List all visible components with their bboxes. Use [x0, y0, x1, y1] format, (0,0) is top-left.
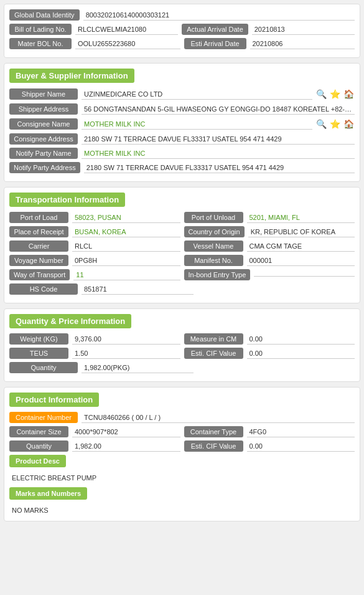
- product-qty-cif-row: Quantity 1,982.00 Esti. CIF Value 0.00: [9, 440, 355, 452]
- carrier-value: RLCL: [72, 241, 180, 252]
- shipper-name-icons: 🔍 ⭐ 🏠: [315, 88, 355, 100]
- in-bond-entry-col: In-bond Entry Type: [184, 269, 355, 280]
- buyer-supplier-header: Buyer & Supplier Information: [9, 69, 355, 88]
- qp-quantity-row: Quantity 1,982.00(PKG): [9, 362, 355, 373]
- weight-col: Weight (KG) 9,376.00: [9, 333, 180, 345]
- manifest-no-col: Manifest No. 000001: [184, 255, 355, 266]
- teus-value: 1.50: [72, 348, 180, 359]
- actual-arrival-date-value: 20210813: [252, 24, 355, 35]
- container-number-label: Container Number: [9, 412, 78, 423]
- consignee-star-icon[interactable]: ⭐: [329, 118, 341, 130]
- voyage-number-col: Voyage Number 0PG8H: [9, 255, 180, 266]
- container-size-col: Container Size 4000*907*802: [9, 426, 180, 437]
- actual-arrival-date-label: Actual Arrival Date: [182, 24, 248, 35]
- voyage-number-value: 0PG8H: [72, 255, 180, 266]
- transport-row-2: Place of Receipt BUSAN, KOREA Country of…: [9, 226, 355, 237]
- bill-of-lading-row: Bill of Lading No. RLCLCWELMIA21080 Actu…: [9, 24, 355, 35]
- container-type-col: Container Type 4FG0: [184, 426, 355, 437]
- qp-row-2: TEUS 1.50 Esti. CIF Value 0.00: [9, 348, 355, 359]
- container-size-label: Container Size: [9, 426, 68, 437]
- container-number-row: Container Number TCNU8460266 ( 00 / L / …: [9, 412, 355, 423]
- country-of-origin-value: KR, REPUBLIC OF KOREA: [248, 227, 355, 237]
- carrier-label: Carrier: [9, 240, 68, 252]
- marks-numbers-container: Marks and Numbers: [9, 487, 355, 502]
- esti-cif-value: 0.00: [247, 348, 355, 359]
- port-of-load-value: 58023, PUSAN: [72, 212, 180, 223]
- qp-quantity-value: 1,982.00(PKG): [82, 363, 194, 373]
- country-of-origin-col: Country of Origin KR, REPUBLIC OF KOREA: [184, 226, 355, 237]
- quantity-price-header: Quantity & Price Information: [9, 314, 355, 333]
- measure-cm-label: Measure in CM: [184, 333, 243, 345]
- star-icon[interactable]: ⭐: [329, 88, 341, 100]
- place-of-receipt-col: Place of Receipt BUSAN, KOREA: [9, 226, 180, 237]
- hs-code-value: 851871: [82, 284, 194, 295]
- notify-party-address-label: Notify Party Address: [9, 162, 80, 173]
- consignee-address-label: Consignee Address: [9, 133, 78, 145]
- in-bond-entry-value: [254, 274, 355, 277]
- buyer-supplier-title: Buyer & Supplier Information: [9, 69, 134, 83]
- product-header: Product Information: [9, 393, 355, 412]
- mater-bol-label: Mater BOL No.: [9, 38, 72, 49]
- container-size-type-row: Container Size 4000*907*802 Container Ty…: [9, 426, 355, 437]
- product-quantity-col: Quantity 1,982.00: [9, 440, 180, 452]
- port-of-unload-value: 5201, MIAMI, FL: [247, 212, 355, 223]
- shipper-name-value: UZINMEDICARE CO LTD: [82, 89, 312, 100]
- shipper-address-label: Shipper Address: [9, 103, 78, 115]
- way-of-transport-label: Way of Transport: [9, 269, 70, 280]
- product-desc-text: ELECTRIC BREAST PUMP: [9, 472, 355, 483]
- notify-party-name-value: MOTHER MILK INC: [82, 148, 355, 159]
- transport-row-4: Voyage Number 0PG8H Manifest No. 000001: [9, 255, 355, 266]
- measure-cm-value: 0.00: [247, 334, 355, 345]
- home-icon[interactable]: 🏠: [342, 88, 355, 100]
- way-of-transport-value: 11: [73, 270, 180, 280]
- identity-section: Global Data Identity 8003202106140000303…: [4, 4, 360, 58]
- container-number-value: TCNU8460266 ( 00 / L / ): [82, 412, 355, 423]
- vessel-name-value: CMA CGM TAGE: [247, 241, 355, 252]
- marks-numbers-button[interactable]: Marks and Numbers: [9, 487, 87, 500]
- transportation-section: Transportation Information Port of Load …: [4, 187, 360, 303]
- product-quantity-value: 1,982.00: [72, 441, 180, 452]
- global-data-identity-row: Global Data Identity 8003202106140000303…: [9, 9, 355, 21]
- product-esti-cif-label: Esti. CIF Value: [184, 440, 243, 452]
- measure-cm-col: Measure in CM 0.00: [184, 333, 355, 345]
- transport-row-3: Carrier RLCL Vessel Name CMA CGM TAGE: [9, 240, 355, 252]
- transportation-header: Transportation Information: [9, 193, 355, 212]
- voyage-number-label: Voyage Number: [9, 255, 68, 266]
- product-quantity-label: Quantity: [9, 440, 68, 452]
- consignee-name-row: Consignee Name MOTHER MILK INC 🔍 ⭐ 🏠: [9, 118, 355, 130]
- way-of-transport-col: Way of Transport 11: [9, 269, 180, 280]
- teus-col: TEUS 1.50: [9, 348, 180, 359]
- qp-quantity-label: Quantity: [9, 362, 78, 373]
- in-bond-entry-label: In-bond Entry Type: [184, 269, 251, 280]
- vessel-name-label: Vessel Name: [184, 240, 243, 252]
- notify-party-name-row: Notify Party Name MOTHER MILK INC: [9, 148, 355, 159]
- product-section: Product Information Container Number TCN…: [4, 387, 360, 521]
- consignee-name-value: MOTHER MILK INC: [82, 119, 312, 130]
- hs-code-label: HS Code: [9, 283, 78, 295]
- weight-label: Weight (KG): [9, 333, 68, 345]
- vessel-name-col: Vessel Name CMA CGM TAGE: [184, 240, 355, 252]
- teus-label: TEUS: [9, 348, 68, 359]
- hs-code-row: HS Code 851871: [9, 283, 355, 295]
- buyer-supplier-section: Buyer & Supplier Information Shipper Nam…: [4, 63, 360, 182]
- bill-of-lading-label: Bill of Lading No.: [9, 24, 72, 35]
- consignee-home-icon[interactable]: 🏠: [342, 118, 355, 130]
- notify-party-address-value: 2180 SW 71 TERRACE DAVUE FL33317 USATEL …: [84, 163, 355, 173]
- shipper-address-value: 56 DONGTANSANDAN 5-GIL HWASEONG GY EONGG…: [82, 104, 355, 115]
- mater-bol-value: OOLU2655223680: [75, 39, 180, 49]
- notify-party-name-label: Notify Party Name: [9, 148, 78, 159]
- shipper-name-row: Shipper Name UZINMEDICARE CO LTD 🔍 ⭐ 🏠: [9, 88, 355, 100]
- esti-cif-col: Esti. CIF Value 0.00: [184, 348, 355, 359]
- port-of-load-label: Port of Load: [9, 212, 68, 223]
- transport-row-1: Port of Load 58023, PUSAN Port of Unload…: [9, 212, 355, 223]
- transport-row-5: Way of Transport 11 In-bond Entry Type: [9, 269, 355, 280]
- port-of-unload-col: Port of Unload 5201, MIAMI, FL: [184, 212, 355, 223]
- consignee-search-icon[interactable]: 🔍: [315, 118, 327, 130]
- place-of-receipt-value: BUSAN, KOREA: [72, 227, 180, 237]
- port-of-load-col: Port of Load 58023, PUSAN: [9, 212, 180, 223]
- esti-arrival-date-label: Esti Arrival Date: [184, 38, 246, 49]
- product-desc-button[interactable]: Product Desc: [9, 455, 66, 467]
- product-esti-cif-value: 0.00: [247, 441, 355, 452]
- country-of-origin-label: Country of Origin: [184, 226, 245, 237]
- search-icon[interactable]: 🔍: [315, 88, 327, 100]
